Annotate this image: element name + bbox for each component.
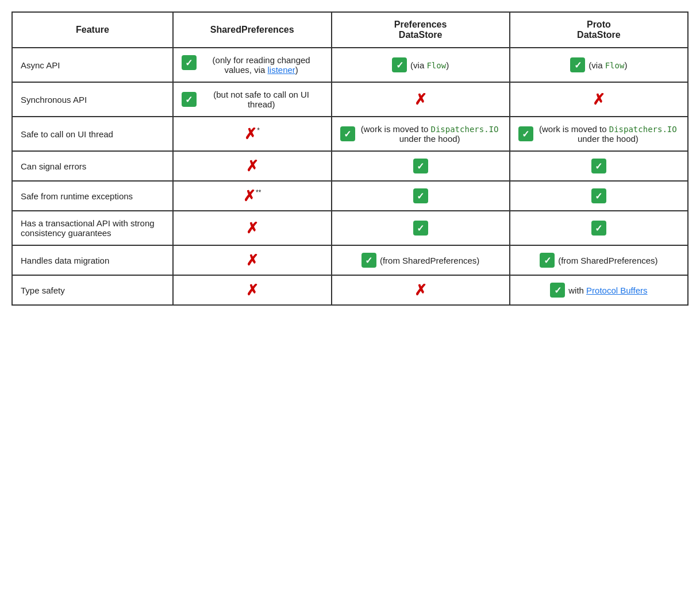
check-icon: ✓ [182,55,197,70]
header-prefs-datastore: PreferencesDataStore [332,12,510,48]
asterisk: * [257,126,260,134]
table-row: Safe to call on UI thread ✗* ✓ (work is … [12,117,688,151]
comparison-table: Feature SharedPreferences PreferencesDat… [11,11,689,306]
protocol-buffers-link[interactable]: Protocol Buffers [586,285,647,295]
cell-text: (via Flow) [410,60,449,70]
proto-ds-cell: ✓ (from SharedPreferences) [510,245,688,275]
prefs-ds-cell: ✓ (via Flow) [332,48,510,82]
feature-label: Type safety [12,275,173,305]
check-icon: ✓ [591,188,606,203]
check-icon: ✓ [340,126,355,141]
cross-icon: ✗ [414,92,427,107]
cross-icon: ✗ [593,92,605,107]
listener-link[interactable]: listener [267,65,295,75]
check-icon: ✓ [550,283,565,298]
feature-label: Safe from runtime exceptions [12,181,173,211]
table-row: Can signal errors ✗ ✓ ✓ [12,151,688,181]
feature-label: Has a transactional API with strong cons… [12,211,173,245]
check-icon: ✓ [570,57,585,72]
prefs-ds-cell: ✓ [332,211,510,245]
shared-prefs-cell: ✗** [173,181,332,211]
table-row: Safe from runtime exceptions ✗** ✓ ✓ [12,181,688,211]
shared-prefs-cell: ✗ [173,275,332,305]
cross-icon: ✗ [246,283,259,298]
table-row: Synchronous API ✓ (but not safe to call … [12,82,688,117]
cross-icon: ✗ [246,221,259,236]
shared-prefs-cell: ✓ (only for reading changed values, via … [173,48,332,82]
cell-text: with Protocol Buffers [568,285,647,295]
check-icon: ✓ [392,57,407,72]
cross-icon: ✗ [244,126,257,141]
cell-text: (but not safe to call on UI thread) [200,90,323,109]
prefs-ds-cell: ✗ [332,275,510,305]
check-icon: ✓ [413,221,428,236]
prefs-ds-cell: ✓ [332,151,510,181]
header-feature: Feature [12,12,173,48]
feature-label: Async API [12,48,173,82]
shared-prefs-cell: ✗* [173,117,332,151]
proto-ds-cell: ✓ [510,151,688,181]
check-icon: ✓ [413,188,428,203]
table-row: Handles data migration ✗ ✓ (from SharedP… [12,245,688,275]
proto-ds-cell: ✗ [510,82,688,117]
check-icon: ✓ [591,159,606,173]
proto-ds-cell: ✓ with Protocol Buffers [510,275,688,305]
cross-icon: ✗ [414,283,427,298]
table-row: Has a transactional API with strong cons… [12,211,688,245]
cell-text: (work is moved to Dispatchers.IO under t… [537,124,679,144]
check-icon: ✓ [182,92,197,107]
prefs-ds-cell: ✓ (work is moved to Dispatchers.IO under… [332,117,510,151]
feature-label: Safe to call on UI thread [12,117,173,151]
check-icon: ✓ [518,126,533,141]
shared-prefs-cell: ✓ (but not safe to call on UI thread) [173,82,332,117]
cell-text: (work is moved to Dispatchers.IO under t… [359,124,501,144]
check-icon: ✓ [591,221,606,236]
shared-prefs-cell: ✗ [173,211,332,245]
cell-text: (from SharedPreferences) [380,256,479,265]
proto-ds-cell: ✓ [510,211,688,245]
cross-icon: ✗ [243,188,256,203]
feature-label: Can signal errors [12,151,173,181]
shared-prefs-cell: ✗ [173,151,332,181]
check-icon: ✓ [413,159,428,173]
feature-label: Handles data migration [12,245,173,275]
proto-ds-cell: ✓ [510,181,688,211]
table-row: Type safety ✗ ✗ ✓ with Protocol Buffers [12,275,688,305]
cell-text: (via Flow) [589,60,627,70]
header-proto-datastore: ProtoDataStore [510,12,688,48]
cross-icon: ✗ [246,159,259,173]
check-icon: ✓ [540,253,555,268]
header-shared-prefs: SharedPreferences [173,12,332,48]
proto-ds-cell: ✓ (work is moved to Dispatchers.IO under… [510,117,688,151]
cross-icon: ✗ [246,253,259,268]
cell-text: (from SharedPreferences) [558,256,657,265]
prefs-ds-cell: ✓ [332,181,510,211]
shared-prefs-cell: ✗ [173,245,332,275]
proto-ds-cell: ✓ (via Flow) [510,48,688,82]
feature-label: Synchronous API [12,82,173,117]
prefs-ds-cell: ✓ (from SharedPreferences) [332,245,510,275]
cell-text: (only for reading changed values, via li… [200,55,323,75]
table-row: Async API ✓ (only for reading changed va… [12,48,688,82]
check-icon: ✓ [361,253,376,268]
asterisk: ** [256,188,261,196]
prefs-ds-cell: ✗ [332,82,510,117]
